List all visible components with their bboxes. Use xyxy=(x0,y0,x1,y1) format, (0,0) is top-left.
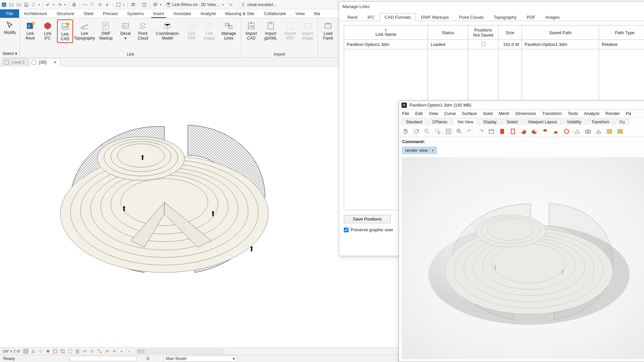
worksharing-display-icon[interactable] xyxy=(97,349,102,354)
redo-view-icon[interactable] xyxy=(477,127,485,135)
load-family-button[interactable]: Load Famil xyxy=(320,19,336,42)
set-view-top-icon[interactable] xyxy=(498,127,506,135)
user-icon[interactable] xyxy=(241,2,246,7)
camera-icon[interactable] xyxy=(584,127,592,135)
decal-button[interactable]: Decal ▾ xyxy=(117,19,133,42)
ml-tab-revit[interactable]: Revit xyxy=(342,13,363,21)
tt-select[interactable]: Select xyxy=(502,119,522,125)
rhino-menu-dimension[interactable]: Dimension xyxy=(516,111,536,116)
crop-visible-icon[interactable] xyxy=(68,349,72,354)
tab-view[interactable]: View xyxy=(291,9,310,18)
tt-standard[interactable]: Standard xyxy=(401,119,427,125)
switch-windows-icon[interactable] xyxy=(153,2,158,7)
pan-icon[interactable] xyxy=(401,127,410,135)
save-positions-button[interactable]: Save Positions xyxy=(344,215,391,223)
tab-collaborate[interactable]: Collaborate xyxy=(259,9,291,18)
import-gbxml-button[interactable]: Import gbXML xyxy=(261,19,281,42)
col-path-type[interactable]: Path Type xyxy=(599,25,644,40)
text-icon[interactable]: A xyxy=(105,2,110,7)
open-icon[interactable] xyxy=(9,2,14,7)
view-scale[interactable]: 1/8" = 1'-0" xyxy=(3,349,21,353)
ml-tab-ifc[interactable]: IFC xyxy=(363,13,380,21)
lock-3d-icon[interactable] xyxy=(75,349,80,354)
rhino-menu-transform[interactable]: Transform xyxy=(542,111,562,116)
tab-precast[interactable]: Precast xyxy=(98,9,122,18)
reveal-hidden-icon[interactable] xyxy=(90,349,95,354)
zoom-selected-icon[interactable] xyxy=(455,127,463,135)
redo-dropdown-icon[interactable]: ▾ xyxy=(64,3,66,6)
options-icon[interactable] xyxy=(116,2,121,7)
save-icon[interactable] xyxy=(23,2,29,7)
view-tab-level1[interactable]: Level 1 xyxy=(2,58,29,66)
analytic-model-icon[interactable] xyxy=(105,349,109,354)
workset-dropdown[interactable]: Main Model ▾ xyxy=(163,356,237,362)
render-icon[interactable] xyxy=(53,349,58,354)
detail-level-icon[interactable] xyxy=(23,349,28,354)
align-icon[interactable] xyxy=(90,2,95,7)
crop-icon[interactable] xyxy=(60,349,65,354)
sync-icon[interactable] xyxy=(31,2,36,7)
col-saved-path[interactable]: Saved Path xyxy=(522,25,599,40)
close-icon[interactable]: ✕ xyxy=(53,60,57,65)
tt-transform[interactable]: Transform xyxy=(587,119,614,125)
document-switcher[interactable]: Link-Rhino.rvt - 3D View:… ▾ xyxy=(164,2,226,7)
more-icon-1[interactable]: • xyxy=(119,349,124,354)
folder-icon[interactable] xyxy=(16,2,21,7)
rhino-command-line[interactable]: render view ▾ xyxy=(399,145,644,155)
ml-tab-pdf[interactable]: PDF xyxy=(522,13,540,21)
set-view-two-point-icon[interactable] xyxy=(573,127,581,135)
col-status[interactable]: Status xyxy=(428,25,468,40)
manage-links-button[interactable]: Manage Links xyxy=(219,19,239,42)
options-dropdown-icon[interactable]: ▾ xyxy=(123,3,125,6)
tab-insert[interactable]: Insert xyxy=(149,9,169,18)
wallpaper2-icon[interactable] xyxy=(616,127,624,135)
rhino-menu-tools[interactable]: Tools xyxy=(568,111,578,116)
wallpaper-icon[interactable] xyxy=(605,127,613,135)
qat-dropdown-icon[interactable]: ▾ xyxy=(38,3,40,6)
sun-path-icon[interactable] xyxy=(38,349,43,354)
set-view-bottom-icon[interactable] xyxy=(509,127,517,135)
rhino-menu-render[interactable]: Render xyxy=(605,111,620,116)
ml-tab-cad[interactable]: CAD Formats xyxy=(380,13,416,21)
rhino-menu-view[interactable]: View xyxy=(429,111,438,116)
ml-tab-pointclouds[interactable]: Point Clouds xyxy=(454,13,489,21)
ml-tab-images[interactable]: Images xyxy=(540,13,565,21)
named-view-icon[interactable] xyxy=(487,127,495,135)
zoom-icon[interactable] xyxy=(423,127,431,135)
tt-setview[interactable]: Set View xyxy=(453,119,478,125)
rhino-menu-file[interactable]: File xyxy=(402,111,409,116)
undo-view-icon[interactable] xyxy=(466,127,474,135)
ml-tab-topo[interactable]: Topography xyxy=(489,13,522,21)
import-cad-button[interactable]: CADImport CAD xyxy=(243,19,259,42)
dwf-markup-button[interactable]: DWF Markup xyxy=(96,19,116,42)
tab-annotate[interactable]: Annotate xyxy=(169,9,196,18)
rhino-titlebar[interactable]: R Pavillion-Option1.3dm (190 MB) xyxy=(399,101,644,110)
rhino-menu-mesh[interactable]: Mesh xyxy=(499,111,509,116)
more-icon-2[interactable]: ‹ xyxy=(127,349,131,354)
modify-button[interactable]: Modify xyxy=(2,19,18,51)
close-hidden-icon[interactable] xyxy=(142,2,147,7)
tab-analyze[interactable]: Analyze xyxy=(196,9,220,18)
tab-manage-cut[interactable]: Ma xyxy=(310,9,325,18)
tt-curvetools-cut[interactable]: Cu xyxy=(615,119,629,125)
visual-style-icon[interactable] xyxy=(31,349,36,354)
ml-tab-dwf[interactable]: DWF Markups xyxy=(416,13,454,21)
spot-icon[interactable] xyxy=(97,2,103,7)
rhino-viewport[interactable] xyxy=(401,157,644,359)
preserve-overrides-input[interactable] xyxy=(344,228,348,232)
turntable-icon[interactable] xyxy=(595,127,603,135)
chevron-down-icon[interactable]: ▾ xyxy=(430,149,434,152)
tab-massing[interactable]: Massing & Site xyxy=(220,9,259,18)
zero-field[interactable]: :0 xyxy=(69,356,137,361)
set-view-front-icon[interactable] xyxy=(541,127,549,135)
rhino-menu-panels-cut[interactable]: Pa xyxy=(626,111,631,116)
link-ifc-button[interactable]: Link IFC xyxy=(40,19,56,42)
undo-icon[interactable] xyxy=(46,2,51,7)
rotate-view-icon[interactable] xyxy=(412,127,420,135)
point-cloud-button[interactable]: Point Cloud xyxy=(135,19,151,42)
shadows-icon[interactable] xyxy=(46,349,50,354)
temp-hide-icon[interactable] xyxy=(83,349,87,354)
link-cad-button[interactable]: CADLink CAD xyxy=(57,19,73,43)
rhino-menu-solid[interactable]: Solid xyxy=(483,111,493,116)
undo-dropdown-icon[interactable]: ▾ xyxy=(53,3,55,6)
